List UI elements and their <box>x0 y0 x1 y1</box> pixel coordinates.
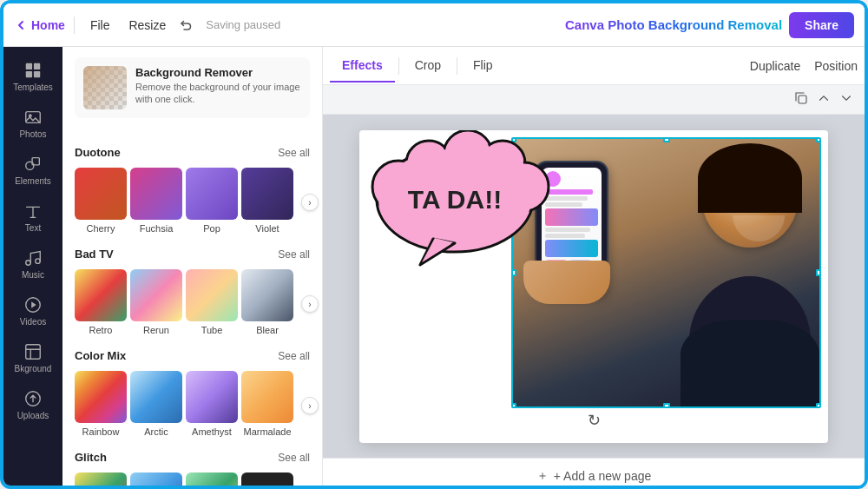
share-button[interactable]: Share <box>789 12 854 38</box>
rainbow-label: Rainbow <box>75 426 127 437</box>
effect-amethyst[interactable]: Amethyst <box>186 371 238 437</box>
chevron-up-icon[interactable] <box>816 90 832 109</box>
arctic-thumb <box>130 371 182 423</box>
svg-rect-0 <box>26 63 32 69</box>
effect-tube[interactable]: Tube <box>186 269 238 335</box>
effect-glitch4[interactable] <box>241 472 293 489</box>
bubble-text: TA DA!! <box>408 185 502 214</box>
svg-point-25 <box>502 164 547 209</box>
glitch-see-all[interactable]: See all <box>278 452 310 464</box>
resize-button[interactable]: Resize <box>122 15 173 36</box>
text-label: Text <box>25 223 41 233</box>
effect-rerun[interactable]: Rerun <box>130 269 182 335</box>
effect-fuchsia[interactable]: Fuchsia <box>130 168 182 234</box>
glitch-header: Glitch See all <box>62 444 322 469</box>
copy-icon[interactable] <box>793 90 809 109</box>
templates-label: Templates <box>13 83 53 92</box>
duotone-header: Duotone See all <box>62 139 322 164</box>
bg-remover-thumb <box>83 66 127 109</box>
rerun-thumb <box>130 269 182 321</box>
undo-icon[interactable] <box>178 17 194 33</box>
effect-glitch2[interactable] <box>130 472 182 489</box>
rotate-handle[interactable]: ↻ <box>588 411 601 430</box>
file-button[interactable]: File <box>83 15 117 36</box>
duplicate-button[interactable]: Duplicate <box>750 59 800 73</box>
effect-pop[interactable]: Pop <box>186 168 238 234</box>
speech-bubble-wrapper: TA DA!! <box>359 130 568 278</box>
sidebar-item-music[interactable]: Music <box>7 241 59 287</box>
bad-tv-see-all[interactable]: See all <box>278 248 310 261</box>
chevron-down-icon[interactable] <box>838 90 854 109</box>
add-page-button[interactable]: ＋ + Add a new page <box>536 468 652 484</box>
glitch-title: Glitch <box>75 451 107 464</box>
retro-label: Retro <box>75 325 127 335</box>
svg-rect-13 <box>799 96 806 103</box>
toolbar-sep2 <box>457 57 457 75</box>
cherry-thumb <box>75 168 127 220</box>
canvas-inner[interactable]: TA DA!! <box>359 130 828 443</box>
blear-thumb <box>241 269 293 321</box>
photos-label: Photos <box>19 129 46 139</box>
canvas-area: Effects Crop Flip Duplicate Position <box>323 47 865 489</box>
position-button[interactable]: Position <box>814 59 858 73</box>
tab-flip[interactable]: Flip <box>461 50 505 83</box>
tab-effects[interactable]: Effects <box>330 50 395 83</box>
svg-rect-1 <box>34 63 40 69</box>
topbar-right: Canva Photo Background Removal Share <box>565 12 854 38</box>
play-icon <box>23 295 43 314</box>
effect-violet[interactable]: Violet <box>241 168 293 234</box>
color-mix-section: Color Mix See all Rainbow Arctic Amethys… <box>62 342 322 444</box>
svg-point-5 <box>29 114 32 117</box>
add-page-icon: ＋ <box>536 468 549 484</box>
add-page-label: + Add a new page <box>554 469 652 483</box>
sidebar-item-templates[interactable]: Templates <box>7 54 59 99</box>
panel-top: Background Remover Remove the background… <box>62 47 322 139</box>
canvas-bottom: ＋ + Add a new page <box>323 458 865 489</box>
fuchsia-thumb <box>130 168 182 220</box>
tab-crop[interactable]: Crop <box>403 50 453 83</box>
effect-blear[interactable]: Blear <box>241 269 293 335</box>
amethyst-label: Amethyst <box>186 426 238 437</box>
bad-tv-section: Bad TV See all Retro Rerun Tube <box>62 241 322 342</box>
pop-thumb <box>186 168 238 220</box>
effect-arctic[interactable]: Arctic <box>130 371 182 437</box>
topbar-left: Home File Resize Saving paused <box>14 15 280 36</box>
color-mix-next-arrow[interactable]: › <box>301 397 319 414</box>
home-button[interactable]: Home <box>14 18 65 32</box>
blear-label: Blear <box>241 325 293 335</box>
sidebar-item-videos[interactable]: Videos <box>7 288 59 334</box>
effect-cherry[interactable]: Cherry <box>75 168 127 234</box>
color-mix-header: Color Mix See all <box>62 342 322 367</box>
speech-bubble-svg: TA DA!! <box>359 130 559 274</box>
sidebar-item-uploads[interactable]: Uploads <box>7 382 59 427</box>
svg-rect-3 <box>34 71 40 77</box>
effect-retro[interactable]: Retro <box>75 269 127 335</box>
bg-remover-desc: Remove the background of your image with… <box>135 81 301 106</box>
sidebar-item-text[interactable]: Text <box>7 195 59 240</box>
effect-rainbow[interactable]: Rainbow <box>75 371 127 437</box>
videos-label: Videos <box>20 317 46 327</box>
grid-icon <box>23 61 43 80</box>
sidebar-item-bkground[interactable]: Bkground <box>7 335 59 380</box>
music-icon <box>23 248 43 268</box>
effect-glitch3[interactable] <box>186 472 238 489</box>
rerun-label: Rerun <box>130 325 182 335</box>
amethyst-thumb <box>186 371 238 423</box>
duotone-see-all[interactable]: See all <box>278 147 310 159</box>
effect-marmalade[interactable]: Marmalade <box>241 371 293 437</box>
canvas-icons-row <box>323 85 865 115</box>
color-mix-see-all[interactable]: See all <box>278 350 310 362</box>
effect-glitch1[interactable] <box>75 472 127 489</box>
saving-status: Saving paused <box>206 18 280 31</box>
text-icon <box>23 202 43 221</box>
bad-tv-next-arrow[interactable]: › <box>301 295 319 313</box>
sidebar-item-photos[interactable]: Photos <box>7 101 59 146</box>
glitch-row: › <box>62 469 322 489</box>
duotone-next-arrow[interactable]: › <box>301 194 319 211</box>
bad-tv-title: Bad TV <box>75 248 114 261</box>
bg-remover-card[interactable]: Background Remover Remove the background… <box>75 57 310 118</box>
canvas-toolbar: Effects Crop Flip Duplicate Position <box>323 47 865 85</box>
svg-point-8 <box>26 261 31 266</box>
tube-thumb <box>186 269 238 321</box>
sidebar-item-elements[interactable]: Elements <box>7 148 59 193</box>
